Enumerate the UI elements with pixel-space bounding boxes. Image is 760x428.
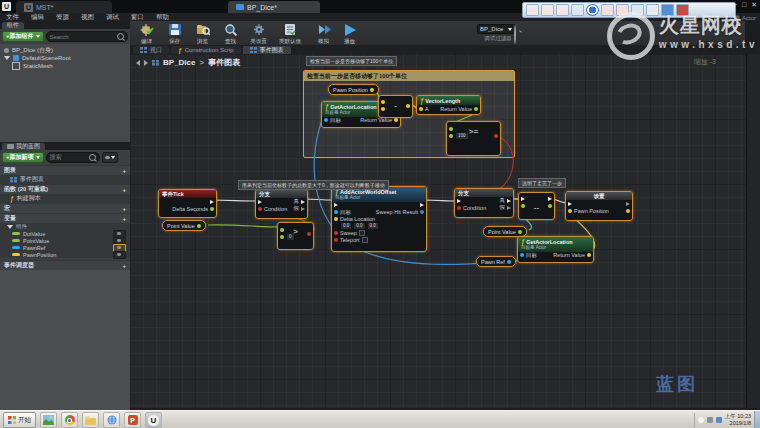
item-event-graph[interactable]: 事件图表: [0, 175, 130, 184]
condition-in-pin[interactable]: [457, 206, 461, 210]
vector-x-field[interactable]: 0.0: [340, 222, 352, 230]
node-get-pawn-ref[interactable]: Pawn Ref: [476, 256, 516, 267]
node-subtract[interactable]: -: [378, 95, 413, 118]
false-exec-out-pin[interactable]: [301, 207, 305, 211]
float-out-pin[interactable]: [197, 224, 201, 228]
float-in-pin[interactable]: [449, 127, 453, 131]
save-button[interactable]: 保存: [161, 22, 188, 46]
node-branch[interactable]: 分支 Condition 真 假: [454, 188, 514, 218]
target-in-pin[interactable]: [324, 118, 328, 122]
float-out-pin[interactable]: [548, 204, 552, 208]
float-out-pin[interactable]: [518, 230, 522, 234]
vector-in-pin[interactable]: [381, 107, 385, 111]
class-defaults-button[interactable]: 类默认值: [273, 22, 307, 46]
tree-row-static-mesh[interactable]: StaticMesh: [0, 62, 130, 70]
target-in-pin[interactable]: [334, 210, 338, 214]
add-graph-button[interactable]: +: [122, 168, 126, 174]
breadcrumb-object[interactable]: BP_Dice: [163, 58, 195, 67]
vector-y-field[interactable]: 0.0: [353, 222, 365, 230]
exec-out-pin[interactable]: [626, 202, 630, 206]
value-field[interactable]: 100: [455, 132, 469, 140]
rec-tool-button[interactable]: [556, 4, 569, 16]
window-tab-bpdice[interactable]: BP_Dice*: [228, 1, 320, 13]
maximize-button[interactable]: □: [742, 1, 746, 9]
taskbar-clock[interactable]: 上午 10:23 2019/1/8: [725, 413, 751, 426]
taskbar-chrome[interactable]: [61, 412, 78, 428]
object-out-pin[interactable]: [507, 260, 511, 264]
taskbar-unreal[interactable]: U: [145, 412, 162, 428]
node-add-actor-world-offset[interactable]: ƒ AddActorWorldOffset 目标是 Actor 目标 Sweep…: [331, 186, 427, 252]
vector-z-field[interactable]: 0.0: [367, 222, 379, 230]
bool-out-pin[interactable]: [494, 134, 498, 138]
variable-pawnposition[interactable]: PawnPosition: [0, 251, 130, 258]
start-button[interactable]: 开始: [3, 412, 36, 428]
find-button[interactable]: 查找: [217, 22, 244, 46]
variable-pawnref[interactable]: PawnRef: [0, 244, 130, 251]
node-vector-length[interactable]: ƒ VectorLength A Return Value: [416, 95, 481, 115]
float-in-pin[interactable]: [280, 235, 284, 239]
teleport-checkbox[interactable]: [362, 237, 368, 243]
condition-in-pin[interactable]: [258, 207, 262, 211]
vector-in-pin[interactable]: [334, 217, 338, 221]
node-greater[interactable]: > 0: [277, 222, 314, 250]
event-graph-canvas[interactable]: BP_Dice > 事件图表 缩放 -3 蓝图 检查当前一步是否移动够了100个…: [130, 54, 746, 408]
float-out-pin[interactable]: [474, 107, 478, 111]
node-branch[interactable]: 分支 Condition 真 假: [255, 189, 308, 219]
exec-in-pin[interactable]: [258, 200, 262, 204]
exec-out-pin[interactable]: [548, 197, 552, 201]
add-dispatcher-button[interactable]: +: [122, 263, 126, 269]
simulate-button[interactable]: 模拟: [310, 22, 337, 46]
class-settings-button[interactable]: 类设置: [245, 22, 272, 46]
add-macro-button[interactable]: +: [122, 206, 126, 212]
tab-components[interactable]: 组件: [2, 22, 24, 29]
tray-icon[interactable]: [698, 417, 704, 423]
browse-button[interactable]: 浏览: [189, 22, 216, 46]
node-event-tick[interactable]: 事件Tick Delta Seconds: [158, 189, 217, 218]
expander-icon[interactable]: [7, 225, 13, 229]
add-function-button[interactable]: +: [122, 187, 126, 193]
vector-in-pin[interactable]: [419, 107, 423, 111]
add-variable-button[interactable]: +: [122, 216, 126, 222]
section-macros[interactable]: 宏 +: [0, 203, 130, 213]
tab-viewport[interactable]: 视口: [133, 46, 169, 54]
taskbar-internet[interactable]: [103, 412, 120, 428]
variable-pointvalue[interactable]: PointValue: [0, 237, 130, 244]
compile-button[interactable]: 编译: [133, 22, 160, 46]
tab-construction-script[interactable]: ƒ Construction Scrip: [171, 46, 241, 54]
exec-out-pin[interactable]: [420, 203, 424, 207]
vector-in-pin[interactable]: [568, 209, 572, 213]
sweep-checkbox[interactable]: [359, 230, 365, 236]
close-button[interactable]: ✕: [751, 1, 757, 9]
exec-in-pin[interactable]: [334, 203, 338, 207]
bool-in-pin[interactable]: [334, 231, 338, 235]
expander-icon[interactable]: [4, 56, 10, 60]
taskbar-image-viewer[interactable]: [40, 412, 57, 428]
window-tab-mst[interactable]: U MST*: [16, 1, 112, 13]
vector-out-pin[interactable]: [394, 118, 398, 122]
debug-object-select[interactable]: BP_Dice: [477, 24, 515, 34]
node-set-pawn-position[interactable]: 设置 Pawn Position: [565, 191, 633, 221]
false-exec-out-pin[interactable]: [507, 206, 511, 210]
vector-out-pin[interactable]: [587, 253, 591, 257]
show-desktop-button[interactable]: [754, 411, 760, 428]
taskbar-explorer[interactable]: [82, 412, 99, 428]
exec-in-pin[interactable]: [568, 202, 572, 206]
vector-out-pin[interactable]: [626, 209, 630, 213]
visibility-filter-button[interactable]: [102, 152, 118, 163]
vector-out-pin[interactable]: [406, 104, 410, 108]
add-component-button[interactable]: +添加组件: [2, 31, 44, 42]
float-in-pin[interactable]: [521, 204, 525, 208]
true-exec-out-pin[interactable]: [507, 199, 511, 203]
section-event-dispatchers[interactable]: 事件调度器 +: [0, 260, 130, 270]
my-blueprint-search-input[interactable]: 搜索: [46, 152, 100, 163]
tray-icon[interactable]: [716, 417, 722, 423]
vector-in-pin[interactable]: [381, 100, 385, 104]
rec-tool-button[interactable]: [541, 4, 554, 16]
section-graphs[interactable]: 图表 +: [0, 165, 130, 175]
nav-forward-icon[interactable]: [144, 60, 148, 66]
hit-result-out-pin[interactable]: [420, 210, 424, 214]
components-search-input[interactable]: Search: [46, 31, 128, 42]
rec-tool-button[interactable]: [571, 4, 584, 16]
play-button[interactable]: 播放: [336, 22, 363, 46]
true-exec-out-pin[interactable]: [301, 200, 305, 204]
